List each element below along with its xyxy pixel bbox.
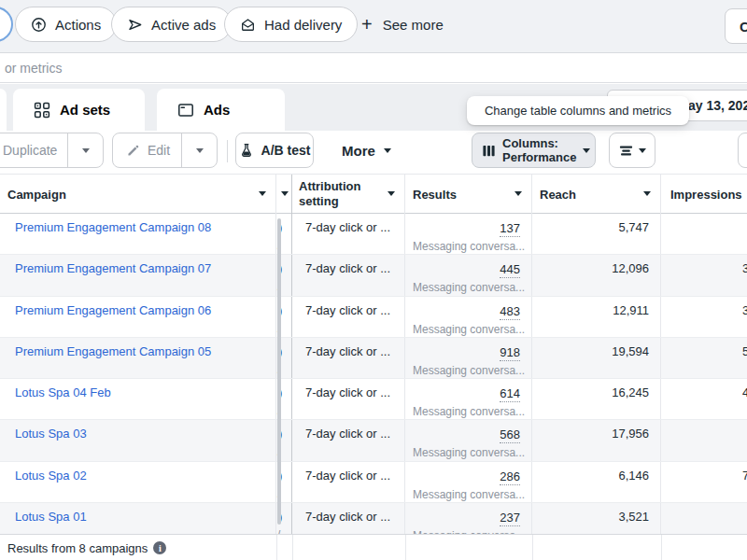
impressions-cell: 4 <box>661 379 747 419</box>
campaign-link[interactable]: Premium Engagement Campaign 05 <box>7 338 275 358</box>
column-header-results[interactable]: Results <box>405 175 532 214</box>
reach-value: 6,146 <box>618 469 649 483</box>
toolbar-button-partial[interactable] <box>738 133 747 168</box>
attribution-cell: 7-day click or ... <box>292 420 405 460</box>
table-row[interactable]: Lotus Spa 01 ) / 7-day click or ... 237 … <box>0 503 747 534</box>
results-value[interactable]: 483 <box>500 304 520 320</box>
tab-ad-sets[interactable]: Ad sets <box>13 89 145 131</box>
envelope-icon <box>240 17 256 33</box>
results-value[interactable]: 286 <box>500 469 520 485</box>
send-icon <box>127 17 143 33</box>
results-value[interactable]: 137 <box>500 221 520 237</box>
footer-divider <box>276 535 277 560</box>
campaign-cell: Premium Engagement Campaign 07 <box>0 255 276 295</box>
duplicate-dropdown-button[interactable] <box>67 133 103 167</box>
campaign-header-label: Campaign <box>7 188 66 202</box>
results-cell: 137 Messaging conversa... <box>405 214 532 254</box>
footer-divider <box>532 535 533 560</box>
breakdown-bars-icon <box>619 144 633 158</box>
results-type-label: Messaging conversa... <box>413 446 520 459</box>
attribution-value: 7-day click or ... <box>299 297 404 317</box>
tab-ads-label: Ads <box>204 102 230 118</box>
clipped-value-bottom: / <box>276 524 291 534</box>
see-more-button[interactable]: + See more <box>361 7 444 42</box>
attribution-value: 7-day click or ... <box>299 214 404 234</box>
column-header-impressions[interactable]: Impressions <box>661 175 747 214</box>
info-icon[interactable]: i <box>153 541 166 554</box>
filter-pill-partial[interactable] <box>0 7 13 42</box>
table-row[interactable]: Premium Engagement Campaign 06 ) / 7-day… <box>0 297 747 338</box>
more-button[interactable]: More <box>342 133 391 168</box>
reach-value: 17,956 <box>612 427 649 441</box>
plus-icon: + <box>361 15 373 34</box>
table-row[interactable]: Lotus Spa 04 Feb ) / 7-day click or ... … <box>0 379 747 420</box>
ab-test-button[interactable]: A/B test <box>235 133 314 168</box>
results-value[interactable]: 614 <box>500 386 520 402</box>
vertical-scrollbar-thumb[interactable] <box>277 218 281 525</box>
column-header-reach[interactable]: Reach <box>532 175 661 214</box>
table-row[interactable]: Premium Engagement Campaign 07 ) / 7-day… <box>0 255 747 296</box>
results-cell: 568 Messaging conversa... <box>405 420 532 460</box>
results-value[interactable]: 918 <box>500 345 520 361</box>
tab-ads[interactable]: Ads <box>157 89 285 131</box>
create-button-partial[interactable]: C <box>725 8 747 44</box>
impressions-cell <box>661 214 747 254</box>
more-label: More <box>342 143 375 159</box>
campaign-cell: Lotus Spa 03 <box>0 420 276 460</box>
breakdown-button[interactable] <box>609 133 655 168</box>
reach-value: 12,096 <box>612 261 649 275</box>
campaign-link[interactable]: Lotus Spa 04 Feb <box>7 379 275 399</box>
results-cell: 445 Messaging conversa... <box>405 255 532 295</box>
chevron-down-icon[interactable] <box>643 191 651 196</box>
attribution-value: 7-day click or ... <box>299 503 404 524</box>
duplicate-button[interactable]: Duplicate <box>0 133 67 167</box>
attribution-value: 7-day click or ... <box>299 338 404 358</box>
actions-button[interactable]: Actions <box>15 7 117 42</box>
active-ads-filter-button[interactable]: Active ads <box>111 7 232 42</box>
attribution-cell: 7-day click or ... <box>292 338 405 378</box>
had-delivery-filter-button[interactable]: Had delivery <box>224 7 358 42</box>
reach-cell: 17,956 <box>532 420 661 460</box>
table-row[interactable]: Lotus Spa 03 ) / 7-day click or ... 568 … <box>0 420 747 461</box>
attribution-cell: 7-day click or ... <box>292 462 405 502</box>
results-summary-label: Results from 8 campaigns <box>7 541 148 555</box>
campaign-link[interactable]: Lotus Spa 03 <box>7 420 275 441</box>
impressions-cell: 3 <box>661 297 747 337</box>
results-value[interactable]: 237 <box>500 511 520 526</box>
table-row[interactable]: Premium Engagement Campaign 05 ) / 7-day… <box>0 338 747 379</box>
duplicate-button-group: Duplicate <box>0 133 104 168</box>
attribution-cell: 7-day click or ... <box>292 297 405 337</box>
results-cell: 614 Messaging conversa... <box>405 379 532 419</box>
campaign-link[interactable]: Premium Engagement Campaign 06 <box>7 297 275 317</box>
column-header-clipped[interactable] <box>276 175 292 214</box>
campaign-link[interactable]: Lotus Spa 01 <box>7 503 275 524</box>
active-ads-label: Active ads <box>151 17 216 33</box>
edit-dropdown-button[interactable] <box>181 133 217 167</box>
edit-label: Edit <box>148 143 170 158</box>
tab-campaigns-partial[interactable] <box>0 89 7 131</box>
toolbar-divider <box>227 140 228 162</box>
campaign-link[interactable]: Premium Engagement Campaign 07 <box>7 255 275 275</box>
columns-button[interactable]: Columns: Performance <box>472 133 596 168</box>
column-header-attribution[interactable]: Attribution setting <box>292 175 405 214</box>
table-row[interactable]: Premium Engagement Campaign 08 ) / 7-day… <box>0 214 747 255</box>
footer-divider <box>661 535 662 560</box>
results-value[interactable]: 568 <box>500 427 520 443</box>
campaign-link[interactable]: Premium Engagement Campaign 08 <box>7 214 275 234</box>
results-type-label: Messaging conversa... <box>413 240 520 253</box>
chevron-down-icon[interactable] <box>514 191 522 196</box>
actions-icon <box>31 17 47 33</box>
results-value[interactable]: 445 <box>500 262 520 278</box>
search-filter-bar[interactable]: or metrics <box>0 54 747 83</box>
impressions-partial-value: 3 <box>742 303 747 317</box>
results-type-label: Messaging conversa... <box>413 323 520 336</box>
edit-button[interactable]: Edit <box>113 133 181 167</box>
reach-value: 16,245 <box>612 385 649 399</box>
table-row[interactable]: Lotus Spa 02 ) / 7-day click or ... 286 … <box>0 462 747 503</box>
column-header-campaign[interactable]: Campaign <box>0 175 276 214</box>
chevron-down-icon[interactable] <box>388 191 395 196</box>
campaign-link[interactable]: Lotus Spa 02 <box>7 462 275 483</box>
chevron-down-icon[interactable] <box>259 191 266 196</box>
impressions-cell <box>661 503 747 534</box>
chevron-down-icon <box>384 148 391 153</box>
